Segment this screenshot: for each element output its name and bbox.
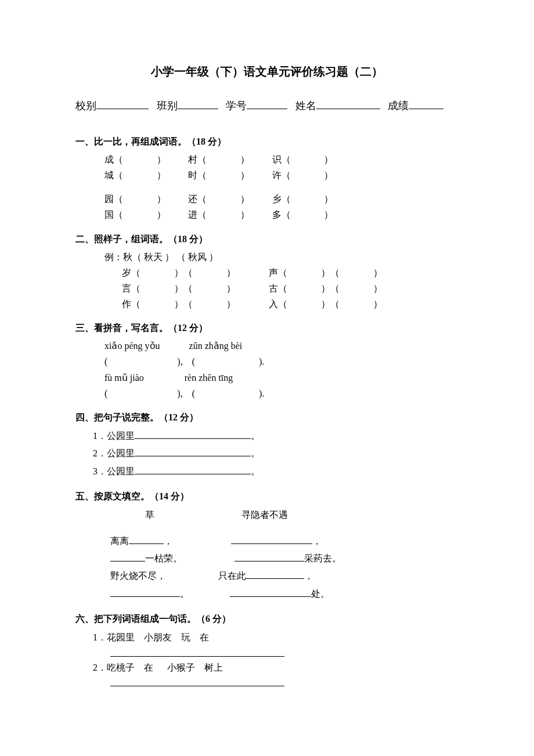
q1-row-3: 园（ ） 还（ ） 乡（ ） [75,191,459,207]
q3-answer-2: (), (). [104,386,459,401]
number-label: 学号 [226,100,247,111]
q1-row-2: 城（ ） 时（ ） 许（ ） [75,167,459,183]
q4-blank-1[interactable] [135,429,251,439]
q5-blank-l4[interactable] [110,587,180,597]
q4-heading: 四、把句子说完整。（12 分） [75,412,459,424]
q3-block: xiǎo péng yǒuzūn zhǎng bèi (), (). fù mǔ… [75,338,459,401]
q1-heading: 一、比一比，再组成词语。（18 分） [75,136,459,148]
q2-row-3: 作（ ）（ ） 入（ ）（ ） [75,296,459,312]
school-blank[interactable] [96,97,149,109]
q1-row-4: 国（ ） 进（ ） 多（ ） [75,207,459,222]
q2-heading: 二、照样子，组词语。（18 分） [75,233,459,246]
class-blank[interactable] [178,97,218,109]
worksheet-page: 小学一年级（下）语文单元评价练习题（二） 校别 班别 学号 姓名 成绩 一、比一… [0,0,534,756]
student-info-row: 校别 班别 学号 姓名 成绩 [75,97,459,113]
q6-heading: 六、把下列词语组成一句话。（6 分） [75,613,459,625]
q5-blank-l1[interactable] [129,534,164,544]
q5-blank-l2[interactable] [110,552,145,561]
q3-answer-1: (), (). [104,354,459,369]
page-title: 小学一年级（下）语文单元评价练习题（二） [75,64,459,80]
q6-answer-2 [75,676,459,689]
q4-blank-3[interactable] [135,465,251,474]
q5-blank-r4[interactable] [230,587,311,597]
number-blank[interactable] [247,97,287,109]
q2-example: 例：秋（ 秋天 ） （ 秋风 ） [75,249,459,265]
q5-blank-r3[interactable] [246,569,304,579]
q6-answer-1 [75,647,459,659]
q5-poem-row-2: 一枯荣。采药去。 [75,550,459,567]
class-label: 班别 [157,100,178,111]
q1-row-1: 成（ ） 村（ ） 识（ ） [75,152,459,167]
q5-poem-row-3: 野火烧不尽，只在此， [75,567,459,585]
score-label: 成绩 [388,100,409,111]
score-blank[interactable] [409,97,443,109]
q2-row-2: 言（ ）（ ） 古（ ）（ ） [75,280,459,296]
q6-item-1: 1．花园里 小朋友 玩 在 [75,629,459,646]
q5-poem-row-1: 离离，， [75,532,459,550]
q5-blank-r2[interactable] [234,552,304,561]
q4-item-1: 1．公园里。 [75,427,459,445]
q6-blank-2[interactable] [110,676,284,686]
q5-poem-row-4: 。处。 [75,585,459,603]
name-blank[interactable] [316,97,380,109]
q3-pinyin-1: xiǎo péng yǒuzūn zhǎng bèi [104,338,459,354]
q4-item-3: 3．公园里。 [75,463,459,480]
q6-item-2: 2．吃桃子 在 小猴子 树上 [75,659,459,676]
school-label: 校别 [75,100,96,111]
q5-heading: 五、按原文填空。（14 分） [75,491,459,503]
q3-heading: 三、看拼音，写名言。（12 分） [75,322,459,334]
q4-blank-2[interactable] [135,447,251,456]
name-label: 姓名 [295,100,316,111]
q5-titles: 草寻隐者不遇 [75,506,459,524]
q6-blank-1[interactable] [110,647,284,657]
q5-blank-r1[interactable] [231,534,312,544]
q4-item-2: 2．公园里。 [75,445,459,462]
q3-pinyin-2: fù mǔ jiàorèn zhēn tīng [104,370,459,386]
q2-row-1: 岁（ ）（ ） 声（ ）（ ） [75,265,459,280]
